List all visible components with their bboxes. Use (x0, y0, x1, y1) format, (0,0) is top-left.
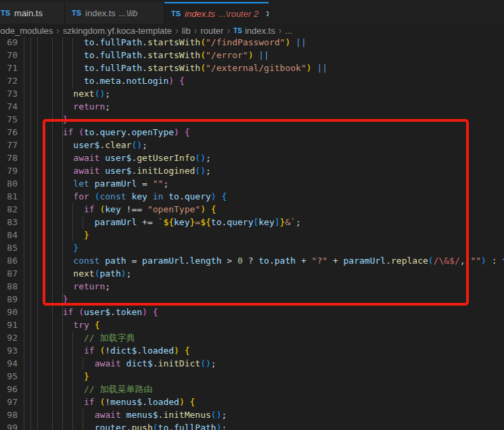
code-line[interactable]: 96 // 加载菜单路由 (0, 383, 504, 396)
code-text: if (user$.token) { (52, 306, 158, 318)
breadcrumb-item-router[interactable]: router (200, 26, 223, 36)
editor-tab-bar: TS main.ts TS index.ts ...\lib TS index.… (0, 0, 504, 24)
code-line[interactable]: 74 return; (0, 100, 504, 113)
code-text: } (52, 370, 89, 383)
close-icon[interactable]: ✕ (265, 9, 269, 19)
code-line[interactable]: 77 user$.clear(); (0, 139, 504, 151)
code-line[interactable]: 86 const path = paramUrl.length > 0 ? to… (0, 254, 504, 267)
code-line[interactable]: 91 try { (0, 318, 504, 331)
code-line[interactable]: 75 } (0, 113, 504, 126)
code-line[interactable]: 99 router.push(to.fullPath); (0, 421, 504, 430)
line-number: 74 (0, 100, 18, 113)
code-text: } (52, 229, 89, 241)
line-number: 87 (0, 267, 18, 280)
code-text: if (key !== "openType") { (52, 203, 216, 216)
breadcrumb-item-node-modules[interactable]: node_modules (0, 26, 53, 36)
line-number: 79 (0, 164, 18, 177)
code-line[interactable]: 71 to.fullPath.startsWith("/external/git… (0, 62, 504, 74)
chevron-right-icon: › (279, 25, 282, 36)
code-line[interactable]: 81 for (const key in to.query) { (0, 190, 504, 203)
code-text: // 加载菜单路由 (52, 383, 152, 396)
code-line[interactable]: 70 to.fullPath.startsWith("/error") || (0, 49, 504, 62)
line-number: 95 (0, 370, 18, 383)
chevron-right-icon: › (194, 25, 198, 36)
code-line[interactable]: 79 await user$.initLogined(); (0, 164, 504, 177)
code-line[interactable]: 90 if (user$.token) { (0, 306, 504, 318)
tab-index-ts-router-active[interactable]: TS index.ts ...\router 2 ✕ (164, 2, 269, 24)
code-line[interactable]: 98 await menus$.initMenus(); (0, 408, 504, 421)
code-line[interactable]: 83 paramUrl += `${key}=${to.query[key]}&… (0, 216, 504, 229)
line-number: 89 (0, 293, 18, 306)
code-line[interactable]: 76 if (to.query.openType) { (0, 126, 504, 139)
code-line[interactable]: 95 } (0, 370, 504, 383)
code-line[interactable]: 73 next(); (0, 87, 504, 100)
line-number: 94 (0, 357, 18, 370)
line-number: 91 (0, 318, 18, 331)
code-line[interactable]: 94 await dict$.initDict(); (0, 357, 504, 370)
line-number: 71 (0, 62, 18, 74)
tab-index-ts-lib[interactable]: TS index.ts ...\lib (65, 2, 164, 24)
line-number: 86 (0, 254, 18, 267)
code-line[interactable]: 82 if (key !== "openType") { (0, 203, 504, 216)
code-text: await user$.initLogined(); (52, 164, 211, 177)
line-number: 82 (0, 203, 18, 216)
code-line[interactable]: 69 to.fullPath.startsWith("/findPassword… (0, 36, 504, 49)
code-text: for (const key in to.query) { (52, 190, 227, 203)
code-line[interactable]: 93 if (!dict$.loaded) { (0, 344, 504, 357)
code-text: } (52, 241, 78, 254)
line-number: 93 (0, 344, 18, 357)
vscode-window: TS main.ts TS index.ts ...\lib TS index.… (0, 0, 504, 430)
code-text: if (!dict$.loaded) { (52, 344, 190, 357)
code-line[interactable]: 78 await user$.getUserInfo(); (0, 151, 504, 164)
line-number: 69 (0, 36, 18, 49)
line-number: 73 (0, 87, 18, 100)
tab-path-suffix: ...\lib (119, 8, 137, 18)
tab-label: index.ts (185, 9, 215, 19)
line-number: 85 (0, 241, 18, 254)
code-text: next(); (52, 87, 110, 100)
breadcrumb-item-lib[interactable]: lib (182, 26, 191, 36)
code-editor[interactable]: 69 to.fullPath.startsWith("/findPassword… (0, 36, 504, 430)
chevron-right-icon: › (175, 25, 179, 36)
line-number: 99 (0, 421, 18, 430)
code-text: const path = paramUrl.length > 0 ? to.pa… (52, 254, 504, 267)
code-text: next(path); (52, 267, 131, 280)
code-text: if (to.query.openType) { (52, 126, 190, 139)
typescript-file-icon: TS (233, 27, 242, 34)
code-line[interactable]: 89 } (0, 293, 504, 306)
typescript-file-icon: TS (1, 9, 10, 17)
code-text: to.fullPath.startsWith("/findPassword") … (52, 36, 306, 49)
tab-label: main.ts (14, 8, 43, 18)
line-number: 92 (0, 331, 18, 344)
breadcrumb: node_modules › szkingdom.yf.koca-templat… (0, 24, 504, 37)
code-line[interactable]: 88 return; (0, 280, 504, 293)
tab-main-ts[interactable]: TS main.ts (0, 2, 65, 24)
code-text: await dict$.initDict(); (52, 357, 216, 370)
code-line[interactable]: 87 next(path); (0, 267, 504, 280)
line-number: 98 (0, 408, 18, 421)
breadcrumb-item-index-ts[interactable]: index.ts (245, 26, 275, 36)
code-line[interactable]: 80 let paramUrl = ""; (0, 177, 504, 190)
chevron-right-icon: › (227, 25, 230, 36)
code-text: } (52, 113, 68, 126)
breadcrumb-item-symbol-ellipsis[interactable]: ... (285, 26, 292, 36)
code-line[interactable]: 92 // 加载字典 (0, 331, 504, 344)
line-number: 75 (0, 113, 18, 126)
code-line[interactable]: 84 } (0, 229, 504, 241)
code-line[interactable]: 85 } (0, 241, 504, 254)
breadcrumb-item-package[interactable]: szkingdom.yf.koca-template (63, 26, 172, 36)
line-number: 83 (0, 216, 18, 229)
line-number: 88 (0, 280, 18, 293)
code-line[interactable]: 97 if (!menus$.loaded) { (0, 396, 504, 408)
code-text: return; (52, 100, 110, 113)
code-text: to.fullPath.startsWith("/external/gitboo… (52, 62, 327, 74)
code-text: // 加载字典 (52, 331, 135, 344)
line-number: 90 (0, 306, 18, 318)
line-number: 77 (0, 139, 18, 151)
typescript-file-icon: TS (171, 9, 181, 18)
line-number: 78 (0, 151, 18, 164)
code-line[interactable]: 72 to.meta.notLogin) { (0, 74, 504, 87)
code-text: } (52, 293, 68, 306)
code-text: return; (52, 280, 110, 293)
code-text: await user$.getUserInfo(); (52, 151, 211, 164)
